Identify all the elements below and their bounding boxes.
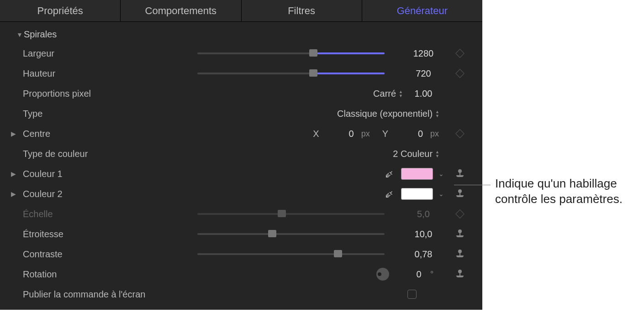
rotation-dial[interactable] — [376, 268, 389, 281]
row-publish-osc: Publier la commande à l'écran — [0, 284, 482, 304]
label-contrast: Contraste — [23, 249, 151, 260]
label-height: Hauteur — [23, 68, 151, 79]
keyframe-height[interactable] — [449, 70, 470, 77]
row-height: Hauteur 720 — [0, 63, 482, 83]
rig-indicator-color2[interactable] — [449, 189, 470, 198]
row-type: Type Classique (exponentiel) ▲▼ — [0, 104, 482, 124]
label-publish-osc: Publier la commande à l'écran — [23, 289, 215, 300]
label-tightness: Étroitesse — [23, 229, 151, 240]
joystick-icon — [457, 189, 463, 198]
callout-line2: contrôle les paramètres. — [495, 192, 623, 207]
row-scale: Échelle 5,0 — [0, 204, 482, 224]
keyframe-width[interactable] — [449, 50, 470, 57]
label-scale: Échelle — [23, 209, 151, 219]
popup-pixel-aspect[interactable]: Carré ▲▼ — [373, 89, 403, 99]
stepper-icon: ▲▼ — [435, 150, 439, 158]
keyframe-scale[interactable] — [449, 211, 470, 217]
rotation-unit: ° — [430, 270, 444, 279]
value-center-y[interactable]: 0 — [396, 129, 423, 139]
joystick-icon — [457, 250, 463, 259]
value-height[interactable]: 720 — [403, 68, 444, 79]
center-x-unit: px — [361, 129, 375, 139]
row-rotation: Rotation 0 ° — [0, 264, 482, 284]
inspector-panel: Propriétés Comportements Filtres Générat… — [0, 0, 482, 310]
label-width: Largeur — [23, 48, 151, 59]
value-tightness[interactable]: 10,0 — [403, 229, 444, 240]
value-scale: 5,0 — [403, 209, 444, 219]
rig-indicator-color1[interactable] — [449, 169, 470, 178]
tab-generator[interactable]: Générateur — [362, 0, 482, 21]
value-contrast[interactable]: 0,78 — [403, 249, 444, 260]
tab-filters[interactable]: Filtres — [242, 0, 362, 21]
row-color1: ▶ Couleur 1 ⌄ — [0, 164, 482, 184]
eyedropper-icon[interactable] — [384, 188, 396, 200]
slider-scale — [197, 213, 385, 215]
tabs: Propriétés Comportements Filtres Générat… — [0, 0, 482, 22]
chevron-down-icon[interactable]: ⌄ — [438, 170, 444, 177]
label-center: Centre — [23, 129, 151, 139]
label-color-type: Type de couleur — [23, 149, 151, 159]
popup-type-label: Classique (exponentiel) — [337, 109, 433, 119]
joystick-icon — [457, 169, 463, 178]
section-title: Spirales — [24, 29, 57, 40]
popup-color-type[interactable]: 2 Couleur ▲▼ — [393, 149, 439, 159]
inspector-content: ▼ Spirales Largeur 1280 Hauteur — [0, 22, 482, 310]
chevron-down-icon[interactable]: ⌄ — [438, 190, 444, 198]
label-color1: Couleur 1 — [23, 169, 151, 179]
popup-type[interactable]: Classique (exponentiel) ▲▼ — [337, 109, 439, 119]
tab-behaviors[interactable]: Comportements — [121, 0, 241, 21]
row-pixel-aspect: Proportions pixel Carré ▲▼ 1.00 — [0, 83, 482, 104]
keyframe-center[interactable] — [449, 130, 470, 137]
row-contrast: Contraste 0,78 — [0, 244, 482, 264]
triangle-down-icon[interactable]: ▼ — [16, 31, 24, 38]
stepper-icon: ▲▼ — [399, 90, 403, 98]
slider-height[interactable] — [197, 73, 385, 74]
rig-indicator-rotation[interactable] — [449, 270, 470, 279]
row-width: Largeur 1280 — [0, 43, 482, 63]
tab-properties[interactable]: Propriétés — [0, 0, 121, 21]
slider-contrast[interactable] — [197, 253, 385, 255]
row-color2: ▶ Couleur 2 ⌄ — [0, 184, 482, 204]
color2-swatch[interactable] — [401, 188, 433, 200]
joystick-icon — [457, 229, 463, 239]
rig-indicator-tightness[interactable] — [449, 229, 470, 239]
value-rotation[interactable]: 0 — [407, 269, 430, 280]
value-pixel-aspect[interactable]: 1.00 — [403, 89, 444, 99]
label-type: Type — [23, 109, 151, 119]
slider-width[interactable] — [197, 52, 385, 54]
stepper-icon: ▲▼ — [435, 110, 439, 118]
value-width[interactable]: 1280 — [403, 48, 444, 59]
popup-pixel-aspect-label: Carré — [373, 89, 396, 99]
checkbox-publish-osc[interactable] — [407, 290, 417, 299]
rig-indicator-contrast[interactable] — [449, 250, 470, 259]
center-y-unit: px — [430, 129, 444, 139]
row-tightness: Étroitesse 10,0 — [0, 224, 482, 244]
triangle-right-icon[interactable]: ▶ — [11, 130, 18, 137]
center-y-label: Y — [382, 129, 388, 139]
eyedropper-icon[interactable] — [384, 168, 396, 180]
section-header[interactable]: ▼ Spirales — [0, 26, 482, 43]
label-pixel-aspect: Proportions pixel — [23, 89, 151, 99]
label-rotation: Rotation — [23, 269, 151, 280]
value-center-x[interactable]: 0 — [327, 129, 354, 139]
callout-line1: Indique qu'un habillage — [495, 176, 623, 192]
row-center: ▶ Centre X 0 px Y 0 px — [0, 124, 482, 144]
popup-color-type-label: 2 Couleur — [393, 149, 433, 159]
joystick-icon — [457, 270, 463, 279]
callout-text: Indique qu'un habillage contrôle les par… — [495, 176, 623, 207]
row-color-type: Type de couleur 2 Couleur ▲▼ — [0, 144, 482, 164]
callout-line — [454, 185, 491, 185]
color1-swatch[interactable] — [401, 168, 433, 180]
slider-tightness[interactable] — [197, 233, 385, 235]
triangle-right-icon[interactable]: ▶ — [11, 190, 18, 198]
triangle-right-icon[interactable]: ▶ — [11, 170, 18, 177]
label-color2: Couleur 2 — [23, 189, 151, 199]
center-x-label: X — [313, 129, 319, 139]
